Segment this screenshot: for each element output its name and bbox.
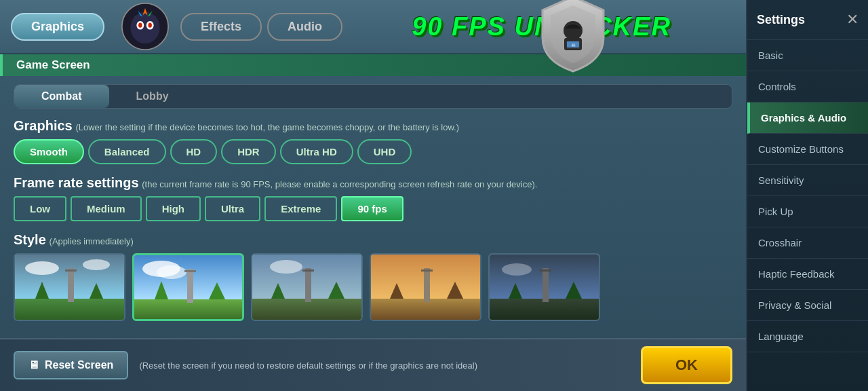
framerate-btn-ultra[interactable]: Ultra bbox=[205, 196, 260, 221]
svg-rect-15 bbox=[68, 268, 74, 302]
quality-btn-uhd[interactable]: UHD bbox=[357, 139, 412, 164]
svg-point-4 bbox=[138, 23, 142, 28]
sidebar-close-button[interactable]: ✕ bbox=[846, 11, 859, 29]
svg-rect-30 bbox=[305, 268, 311, 302]
svg-rect-37 bbox=[421, 269, 433, 272]
sub-tab-bar: Combat Lobby bbox=[14, 84, 732, 109]
style-thumb-5[interactable] bbox=[488, 253, 600, 321]
sidebar: Settings ✕ Basic Controls Graphics & Aud… bbox=[746, 0, 868, 391]
style-section: Style (Applies immediately) bbox=[14, 232, 732, 321]
svg-text:☠: ☠ bbox=[571, 42, 576, 48]
graphics-section-title: Graphics (Lower the setting if the devic… bbox=[14, 118, 732, 134]
style-thumb-3[interactable] bbox=[251, 253, 363, 321]
sidebar-item-controls[interactable]: Controls bbox=[747, 71, 868, 103]
sidebar-item-language[interactable]: Language bbox=[747, 321, 868, 352]
svg-point-42 bbox=[502, 263, 532, 276]
quality-btn-hdr[interactable]: HDR bbox=[221, 139, 276, 164]
framerate-btn-90fps[interactable]: 90 fps bbox=[341, 196, 403, 221]
svg-rect-24 bbox=[184, 270, 196, 272]
framerate-section: Frame rate settings (the current frame r… bbox=[14, 175, 732, 221]
sidebar-header: Settings ✕ bbox=[747, 0, 868, 40]
svg-point-22 bbox=[157, 265, 186, 279]
framerate-btn-low[interactable]: Low bbox=[14, 196, 66, 221]
framerate-label: Frame rate settings bbox=[14, 175, 139, 190]
graphics-desc: (Lower the setting if the device becomes… bbox=[75, 122, 459, 132]
sub-tab-combat[interactable]: Combat bbox=[14, 85, 109, 108]
sidebar-item-basic[interactable]: Basic bbox=[747, 40, 868, 71]
svg-rect-23 bbox=[187, 269, 193, 303]
sidebar-item-graphics-audio[interactable]: Graphics & Audio bbox=[747, 103, 868, 134]
quality-btn-balanced[interactable]: Balanced bbox=[88, 139, 166, 164]
svg-point-1 bbox=[130, 12, 159, 43]
sidebar-item-sensitivity[interactable]: Sensitivity bbox=[747, 165, 868, 196]
svg-rect-43 bbox=[542, 268, 549, 302]
svg-point-13 bbox=[25, 261, 59, 275]
svg-rect-36 bbox=[424, 268, 430, 302]
style-thumb-1[interactable] bbox=[14, 253, 125, 321]
main-area: Graphics Effects Audio 90 FPS UNLOCKER bbox=[0, 0, 746, 391]
quality-buttons: Smooth Balanced HD HDR Ultra HD UHD bbox=[14, 139, 732, 164]
svg-point-14 bbox=[83, 259, 110, 270]
quality-btn-ultrahd[interactable]: Ultra HD bbox=[280, 139, 353, 164]
framerate-buttons: Low Medium High Ultra Extreme 90 fps bbox=[14, 196, 732, 221]
game-screen-label: Game Screen bbox=[16, 58, 90, 71]
reset-screen-button[interactable]: 🖥 Reset Screen bbox=[14, 351, 128, 379]
framerate-btn-high[interactable]: High bbox=[146, 196, 201, 221]
quality-btn-smooth[interactable]: Smooth bbox=[14, 139, 84, 164]
tab-audio[interactable]: Audio bbox=[267, 13, 342, 41]
svg-point-29 bbox=[270, 260, 302, 274]
style-thumbnails bbox=[14, 253, 732, 321]
sidebar-item-privacy-social[interactable]: Privacy & Social bbox=[747, 290, 868, 321]
framerate-btn-extreme[interactable]: Extreme bbox=[264, 196, 337, 221]
style-thumb-2[interactable] bbox=[132, 253, 244, 321]
style-thumb-4[interactable] bbox=[370, 253, 481, 321]
shield-icon: ☠ bbox=[536, 0, 610, 75]
sidebar-item-customize-buttons[interactable]: Customize Buttons bbox=[747, 134, 868, 165]
framerate-section-title: Frame rate settings (the current frame r… bbox=[14, 175, 732, 191]
svg-rect-16 bbox=[65, 269, 77, 272]
reset-icon: 🖥 bbox=[28, 359, 39, 371]
style-label: Style bbox=[14, 232, 46, 247]
sub-tab-lobby[interactable]: Lobby bbox=[109, 85, 196, 108]
game-screen-bar: Game Screen bbox=[0, 54, 746, 76]
sidebar-item-crosshair[interactable]: Crosshair bbox=[747, 227, 868, 259]
sidebar-title: Settings bbox=[757, 13, 805, 27]
top-tab-bar: Graphics Effects Audio 90 FPS UNLOCKER bbox=[0, 0, 746, 54]
graphics-label: Graphics bbox=[14, 118, 73, 133]
sidebar-item-haptic-feedback[interactable]: Haptic Feedback bbox=[747, 259, 868, 290]
framerate-desc: (the current frame rate is 90 FPS, pleas… bbox=[142, 179, 537, 189]
svg-point-5 bbox=[149, 23, 152, 28]
tab-graphics[interactable]: Graphics bbox=[11, 13, 104, 41]
content-area: Combat Lobby Graphics (Lower the setting… bbox=[0, 76, 746, 338]
style-section-title: Style (Applies immediately) bbox=[14, 232, 732, 248]
svg-rect-44 bbox=[540, 269, 551, 272]
style-desc: (Applies immediately) bbox=[50, 236, 134, 246]
framerate-btn-medium[interactable]: Medium bbox=[71, 196, 142, 221]
svg-rect-31 bbox=[302, 269, 314, 272]
graphics-section: Graphics (Lower the setting if the devic… bbox=[14, 118, 732, 164]
mascot-icon bbox=[121, 2, 170, 51]
reset-label: Reset Screen bbox=[45, 359, 113, 371]
bottom-bar: 🖥 Reset Screen (Reset the screen if you … bbox=[0, 338, 746, 391]
sidebar-item-pick-up[interactable]: Pick Up bbox=[747, 196, 868, 227]
reset-hint: (Reset the screen if you need to restore… bbox=[139, 360, 630, 371]
quality-btn-hd[interactable]: HD bbox=[170, 139, 218, 164]
tab-effects[interactable]: Effects bbox=[180, 13, 262, 41]
ok-button[interactable]: OK bbox=[641, 346, 732, 384]
